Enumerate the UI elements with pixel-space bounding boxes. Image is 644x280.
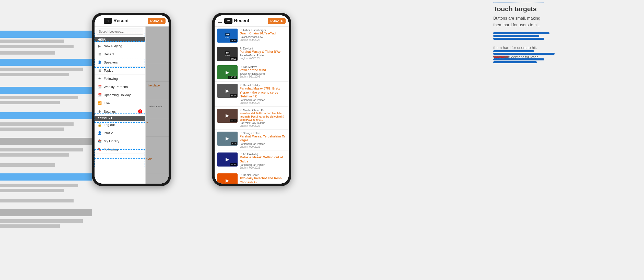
- bg-bar: [0, 101, 60, 104]
- left-background-bars: [0, 0, 92, 280]
- bg-bar: [0, 51, 55, 55]
- duration-badge: 6:04: [231, 142, 237, 145]
- blue-progress-bar-2: [493, 35, 539, 37]
- item-title: Two daily halachot and Rosh Chodesh Av: [240, 176, 286, 184]
- dotted-line-top: [493, 3, 544, 3]
- item-title: Parshat Masay: Yerushalaim Or Vegas: [240, 135, 286, 143]
- right-phone-content-list: TO Audio 18:13 R' Asher Eisenberger Orac…: [215, 27, 289, 184]
- menu-panel: MENU ▶ Now Playing ⊞ Recent 👤 Speakers: [95, 27, 146, 184]
- menu-item-label: Speakers: [104, 60, 118, 64]
- duration-badge: 12:00: [230, 119, 237, 122]
- bg-bar: [0, 184, 78, 187]
- blue-progress-bar-6: [493, 61, 537, 63]
- menu-item-label: Log out: [104, 123, 115, 127]
- list-item-1[interactable]: TO Audio 18:13 R' Asher Eisenberger Orac…: [215, 27, 289, 45]
- item-lang-date: English 7/29/2022: [240, 145, 286, 148]
- topics-icon: ⊟: [98, 69, 102, 72]
- page-title-right: Recent: [234, 18, 268, 23]
- list-item-7[interactable]: ▶ 28:35 R' Ari Goldwag Matos & Masei: Ge…: [215, 150, 289, 171]
- following-icon: ★: [98, 77, 102, 81]
- donate-button[interactable]: DONATE: [148, 18, 166, 24]
- list-item-5[interactable]: ▶ 12:00 R' Moshe Chaim Katz Kesubos daf …: [215, 107, 289, 130]
- menu-item-label: Topics: [104, 69, 113, 72]
- annotation-heading: Touch targets: [493, 5, 641, 13]
- list-item-3[interactable]: ▶ 1:08:41 R' Ilan Meirov Power of the Mi…: [215, 63, 289, 82]
- menu-dim-overlay[interactable]: [146, 27, 169, 184]
- play-icon: ▶: [98, 44, 102, 48]
- menu-item-speakers[interactable]: 👤 Speakers: [95, 58, 145, 67]
- list-item-4[interactable]: ▶ 24:24 R' Daniel Belsky Parashat Masay …: [215, 82, 289, 107]
- holiday-icon: 📅: [98, 93, 102, 97]
- menu-item-profile[interactable]: 👤 Profile: [95, 129, 145, 137]
- settings-badge: 0: [138, 109, 142, 113]
- item-info-6: R' Shraga Kallus Parshat Masay: Yerushal…: [240, 132, 286, 148]
- menu-item-label: Following: [104, 147, 118, 151]
- menu-item-recent[interactable]: ⊞ Recent: [95, 50, 145, 58]
- bg-bar: [0, 68, 83, 71]
- bg-bar: [0, 148, 83, 151]
- menu-item-upcoming-holiday[interactable]: 📅 Upcoming Holiday: [95, 91, 145, 99]
- back-button[interactable]: ←: [98, 18, 102, 23]
- bg-bar: [0, 199, 74, 202]
- duration-badge: 44:58: [230, 57, 237, 60]
- menu-item-label: Now Playing: [104, 44, 122, 48]
- item-info-4: R' Daniel Belsky Parashat Masay 5782: Er…: [240, 84, 286, 104]
- left-phone: ← TO Recent DONATE Audio ...es-Yud ...aw…: [92, 13, 171, 186]
- speaker-name: R' Moshe Chaim Katz: [240, 109, 286, 112]
- menu-item-settings[interactable]: ⚙ Settings 0: [95, 107, 145, 116]
- search-input[interactable]: [97, 29, 143, 35]
- bg-bar: [0, 96, 78, 99]
- bg-bar: [0, 87, 92, 94]
- menu-item-now-playing[interactable]: ▶ Now Playing: [95, 42, 145, 50]
- donate-button-right[interactable]: DONATE: [268, 18, 286, 24]
- annotation-body-line1: Buttons are small, making: [493, 15, 641, 22]
- item-title: Kesubos daf 24 Eid echad biachilat terum…: [240, 112, 286, 122]
- logo-text-right: TO: [227, 20, 230, 22]
- bg-bar: [0, 73, 69, 76]
- blue-progress-bar-1: [493, 32, 549, 34]
- speaker-name: R' Daniel Belsky: [240, 84, 286, 87]
- profile-icon: 👤: [98, 131, 102, 135]
- list-item-6[interactable]: ▶ 6:04 R' Shraga Kallus Parshat Masay: Y…: [215, 130, 289, 150]
- right-phone-header: ☰ TO Recent DONATE: [215, 15, 289, 27]
- bg-bar: [0, 31, 92, 38]
- item-info-5: R' Moshe Chaim Katz Kesubos daf 24 Eid e…: [240, 109, 286, 127]
- menu-item-topics[interactable]: ⊟ Topics: [95, 67, 145, 75]
- item-category: Jewish Understanding: [240, 72, 286, 75]
- blue-progress-bar-3: [493, 38, 544, 40]
- bg-bar: [0, 189, 64, 192]
- menu-item-label: Live: [104, 101, 110, 105]
- app-logo: TO: [104, 18, 112, 24]
- bg-bar: [0, 45, 74, 48]
- settings-icon: ⚙: [98, 110, 102, 113]
- menu-item-weekly-parasha[interactable]: 📅 Weekly Parasha: [95, 83, 145, 91]
- menu-item-label: Following: [104, 77, 118, 81]
- item-category: Parasha/Torah Portion: [240, 163, 286, 166]
- bg-bar: [0, 128, 64, 131]
- hamburger-button[interactable]: ☰: [218, 18, 222, 24]
- bg-bar: [0, 173, 92, 181]
- menu-item-following[interactable]: ★ Following: [95, 75, 145, 83]
- menu-section-label: MENU: [95, 37, 145, 42]
- item-lang-date: English 5/31/2008: [240, 75, 286, 78]
- menu-item-my-library[interactable]: 📚 My Library: [95, 137, 145, 145]
- bg-bar: [0, 163, 55, 167]
- menu-item-label: Recent: [104, 52, 114, 56]
- menu-item-label: Profile: [104, 131, 113, 135]
- menu-item-logout[interactable]: 🔒 Log out: [95, 121, 145, 129]
- live-icon: 📶: [98, 101, 102, 105]
- bg-bar: [0, 219, 83, 223]
- right-phone: ☰ TO Recent DONATE TO Audio 18:13: [212, 13, 291, 186]
- menu-item-label: Weekly Parasha: [104, 85, 128, 89]
- item-title: Orach Chaim 36:Tes-Yud: [240, 32, 286, 36]
- speaker-name: R' Daniel Coren: [240, 173, 286, 176]
- progress-bars-top: [493, 32, 641, 40]
- item-info-7: R' Ari Goldwag Matos & Masei: Getting ou…: [240, 152, 286, 169]
- duration-badge: 1:08:41: [228, 76, 237, 79]
- item-category: Parasha/Torah Portion: [240, 54, 286, 57]
- item-category: Halacha/Jewish Law: [240, 36, 286, 39]
- list-item-2[interactable]: TO Audio 44:58 R' Zev Leff Parshat Masay…: [215, 45, 289, 63]
- menu-item-live[interactable]: 📶 Live: [95, 99, 145, 107]
- menu-item-following-account[interactable]: 🔖 Following: [95, 145, 145, 154]
- list-item-8[interactable]: ▶ R' Daniel Coren Two daily halachot and…: [215, 171, 289, 184]
